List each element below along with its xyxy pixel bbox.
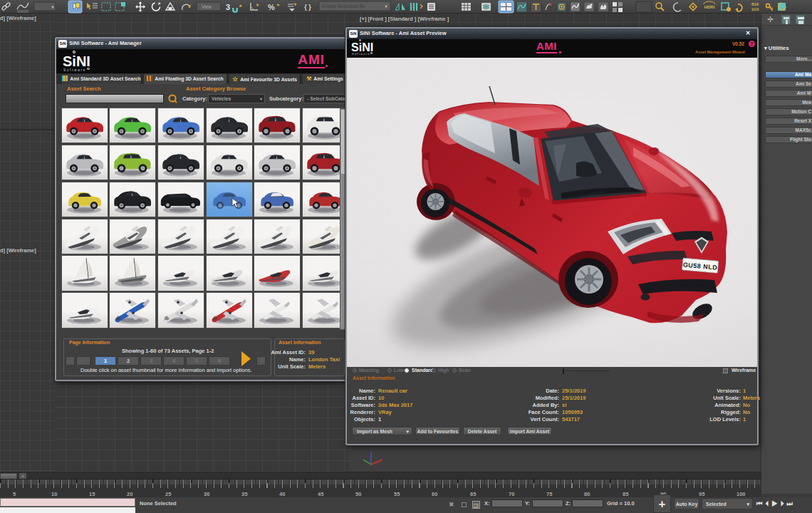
svg-text:1G0: 1G0 [751, 7, 759, 11]
svg-text:View: View [202, 4, 212, 9]
svg-text:HDRI: HDRI [704, 5, 715, 9]
svg-text:%: % [268, 3, 275, 11]
svg-text:3: 3 [226, 3, 230, 11]
svg-text:Create Selection Se: Create Selection Se [322, 4, 365, 9]
svg-text:{ }: { } [304, 4, 311, 11]
svg-text:B10: B10 [751, 2, 759, 6]
